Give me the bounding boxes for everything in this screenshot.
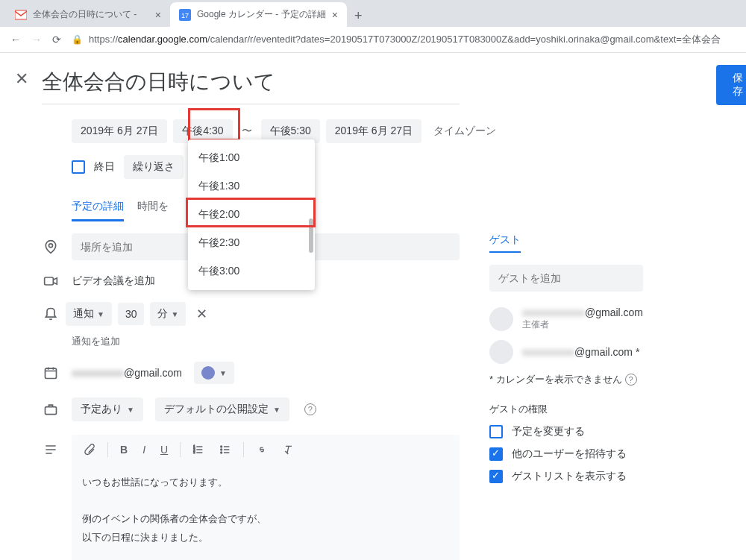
time-option[interactable]: 午後2:30 [188,229,315,257]
guest-permissions-title: ゲストの権限 [489,403,643,416]
bell-icon [42,306,60,321]
guest-email: xxxxxxxxxxxx@gmail.com [522,306,643,318]
editor-toolbar: B I U 123 [72,435,460,465]
checkbox[interactable] [489,447,503,461]
close-icon[interactable]: × [155,9,161,21]
new-tab-button[interactable]: + [347,5,370,27]
svg-text:17: 17 [181,12,189,19]
location-icon [42,239,60,254]
svg-rect-6 [46,407,57,415]
svg-point-10 [221,446,222,447]
description-icon [42,435,60,457]
time-option[interactable]: 午後2:00 [188,201,315,229]
time-option[interactable]: 午後3:00 [188,257,315,286]
guest-email: xxxxxxxxxx@gmail.com * [522,346,639,358]
description-text[interactable]: いつもお世話になっております。 例のイベントの関係者の全体会合ですが、 以下の日… [72,465,460,560]
remove-notification-button[interactable]: ✕ [192,306,212,322]
tab-find-time[interactable]: 時間を [137,200,169,221]
svg-point-11 [221,449,222,450]
calendar-icon [42,365,60,380]
link-icon[interactable] [250,439,274,460]
svg-text:3: 3 [193,450,195,454]
calendar-unavailable-warning: * カレンダーを表示できません? [489,373,643,386]
save-button[interactable]: 保存 [716,65,746,105]
underline-button[interactable]: U [154,439,174,460]
description-editor[interactable]: B I U 123 いつもお世話になっております。 例のイベントの関係者の [72,435,460,560]
scrollbar[interactable] [309,218,313,253]
notification-value[interactable]: 30 [118,303,145,325]
repeat-dropdown[interactable]: 繰り返さ [124,155,184,179]
guest-list-item[interactable]: xxxxxxxxxxxx@gmail.com 主催者 [489,306,643,331]
svg-rect-0 [15,10,27,19]
event-title-input[interactable]: 全体会合の日時について [42,65,460,104]
notification-unit-dropdown[interactable]: 分▼ [150,302,186,326]
chevron-down-icon: ▼ [127,406,134,414]
close-icon[interactable]: × [332,9,338,21]
end-date-chip[interactable]: 2019年 6月 27日 [326,119,421,143]
start-date-chip[interactable]: 2019年 6月 27日 [72,119,167,143]
svg-point-3 [49,244,53,248]
checkbox[interactable] [489,425,503,438]
briefcase-icon [42,402,60,417]
add-video-conf[interactable]: ビデオ会議を追加 [72,274,155,288]
bullet-list-icon[interactable] [213,439,237,460]
address-bar: ← → ⟳ 🔒 https://calendar.google.com/cale… [0,27,746,53]
back-icon[interactable]: ← [10,34,21,45]
add-guest-input[interactable] [489,265,643,292]
notification-type-dropdown[interactable]: 通知▼ [66,302,112,326]
visibility-dropdown[interactable]: デフォルトの公開設定▼ [155,397,289,421]
chevron-down-icon: ▼ [97,310,104,318]
browser-tab-calendar[interactable]: 17 Google カレンダー - 予定の詳細 × [170,2,347,27]
svg-rect-4 [45,277,54,285]
video-icon [42,274,60,289]
time-option[interactable]: 午後1:30 [188,172,315,201]
allday-label: 終日 [94,160,115,174]
avatar [489,340,513,364]
perm-modify-event[interactable]: 予定を変更する [489,425,643,438]
guests-section-title: ゲスト [489,233,521,253]
reload-icon[interactable]: ⟳ [52,34,61,45]
avatar [489,307,513,331]
add-notification-link[interactable]: 通知を追加 [72,335,460,348]
calendar-owner: xxxxxxxxxx@gmail.com [72,367,182,379]
busy-status-dropdown[interactable]: 予定あり▼ [72,397,143,421]
numbered-list-icon[interactable]: 123 [186,439,210,460]
gmail-icon [15,9,27,21]
lock-icon: 🔒 [72,34,83,45]
clear-format-icon[interactable] [277,439,301,460]
url-field[interactable]: 🔒 https://calendar.google.com/calendar/r… [72,33,736,46]
help-icon[interactable]: ? [625,374,637,386]
help-icon[interactable]: ? [304,403,316,415]
chevron-down-icon: ▼ [219,369,227,377]
guest-list-item[interactable]: xxxxxxxxxx@gmail.com * [489,340,643,364]
allday-checkbox[interactable] [72,160,85,174]
color-dot-icon [201,366,215,380]
checkbox[interactable] [489,470,503,483]
bold-button[interactable]: B [114,439,134,460]
gcal-icon: 17 [179,9,191,21]
svg-rect-5 [46,368,57,378]
tab-title: Google カレンダー - 予定の詳細 [197,8,326,21]
time-option[interactable]: 午後1:00 [188,144,315,172]
close-editor-button[interactable]: ✕ [15,65,28,89]
italic-button[interactable]: I [137,439,151,460]
chevron-down-icon: ▼ [171,310,178,318]
svg-point-12 [221,452,222,453]
guest-role: 主催者 [522,318,643,331]
timezone-link[interactable]: タイムゾーン [433,125,496,138]
time-range-separator: 〜 [239,125,255,138]
time-picker-dropdown: 午後1:00 午後1:30 午後2:00 午後2:30 午後3:00 [188,139,315,290]
perm-see-guest-list[interactable]: ゲストリストを表示する [489,470,643,483]
forward-icon[interactable]: → [31,34,42,45]
browser-tab-strip: 全体会合の日時について - × 17 Google カレンダー - 予定の詳細 … [0,0,746,27]
browser-tab-gmail[interactable]: 全体会合の日時について - × [6,2,170,27]
perm-invite-others[interactable]: 他のユーザーを招待する [489,447,643,461]
attach-icon[interactable] [78,439,101,460]
tab-event-details[interactable]: 予定の詳細 [72,200,124,221]
chevron-down-icon: ▼ [273,406,280,414]
event-color-picker[interactable]: ▼ [194,362,234,384]
tab-title: 全体会合の日時について - [33,8,149,21]
